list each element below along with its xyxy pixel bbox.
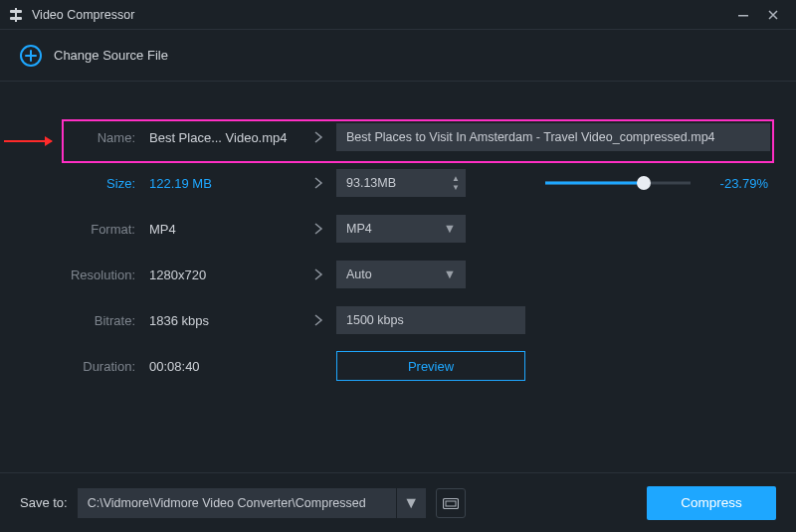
size-label: Size: bbox=[20, 176, 141, 191]
format-select[interactable]: MP4 ▼ bbox=[336, 215, 466, 243]
resolution-selected: Auto bbox=[346, 267, 372, 281]
duration-label: Duration: bbox=[20, 359, 141, 374]
size-percent: -23.79% bbox=[708, 176, 768, 191]
bitrate-label: Bitrate: bbox=[20, 313, 141, 328]
annotation-arrow bbox=[4, 140, 52, 142]
footer: Save to: C:\Vidmore\Vidmore Video Conver… bbox=[0, 472, 796, 532]
close-icon bbox=[767, 9, 779, 21]
chevron-right-icon bbox=[313, 222, 323, 236]
row-size: Size: 122.19 MB 93.13MB ▲ ▼ bbox=[20, 167, 776, 199]
titlebar: Video Compressor bbox=[0, 0, 796, 30]
size-value: 122.19 MB bbox=[141, 176, 300, 191]
save-path-caret[interactable]: ▼ bbox=[396, 488, 426, 518]
resolution-select[interactable]: Auto ▼ bbox=[336, 261, 466, 288]
app-title: Video Compressor bbox=[32, 8, 134, 22]
main-form: Name: Best Place... Video.mp4 Best Place… bbox=[0, 82, 796, 472]
caret-down-icon: ▼ bbox=[444, 222, 456, 236]
target-size-value: 93.13MB bbox=[346, 176, 396, 190]
row-name: Name: Best Place... Video.mp4 Best Place… bbox=[20, 121, 776, 153]
size-slider[interactable] bbox=[545, 176, 691, 190]
open-folder-button[interactable] bbox=[436, 488, 466, 518]
target-size-stepper[interactable]: 93.13MB ▲ ▼ bbox=[336, 169, 466, 197]
actionbar: Change Source File bbox=[0, 30, 796, 82]
compress-button[interactable]: Compress bbox=[647, 486, 776, 520]
svg-rect-5 bbox=[446, 501, 456, 506]
chevron-right-icon bbox=[313, 267, 323, 281]
save-path-select[interactable]: C:\Vidmore\Vidmore Video Converter\Compr… bbox=[78, 488, 426, 518]
caret-down-icon: ▼ bbox=[444, 267, 456, 281]
folder-icon bbox=[443, 497, 459, 509]
add-source-icon[interactable] bbox=[20, 45, 42, 67]
minimize-button[interactable] bbox=[728, 0, 758, 30]
close-button[interactable] bbox=[758, 0, 788, 30]
name-label: Name: bbox=[20, 130, 141, 145]
app-icon bbox=[8, 7, 24, 23]
svg-rect-2 bbox=[15, 8, 17, 22]
format-chevron bbox=[300, 222, 336, 236]
format-label: Format: bbox=[20, 222, 141, 237]
resolution-value: 1280x720 bbox=[141, 267, 300, 282]
row-duration: Duration: 00:08:40 Preview bbox=[20, 350, 776, 382]
slider-thumb[interactable] bbox=[637, 176, 651, 190]
row-resolution: Resolution: 1280x720 Auto ▼ bbox=[20, 259, 776, 290]
chevron-right-icon bbox=[313, 313, 323, 327]
change-source-link[interactable]: Change Source File bbox=[54, 48, 168, 63]
save-path-field[interactable]: C:\Vidmore\Vidmore Video Converter\Compr… bbox=[78, 488, 396, 518]
row-format: Format: MP4 MP4 ▼ bbox=[20, 213, 776, 245]
resolution-label: Resolution: bbox=[20, 267, 141, 282]
save-to-label: Save to: bbox=[20, 495, 68, 510]
chevron-right-icon bbox=[313, 130, 323, 144]
name-chevron bbox=[300, 130, 336, 144]
bitrate-field[interactable]: 1500 kbps bbox=[336, 306, 525, 334]
name-value: Best Place... Video.mp4 bbox=[141, 130, 300, 145]
stepper-up-icon[interactable]: ▲ bbox=[450, 175, 462, 183]
size-chevron bbox=[300, 176, 336, 190]
app-window: Video Compressor Change Source File Name… bbox=[0, 0, 796, 532]
duration-value: 00:08:40 bbox=[141, 359, 300, 374]
slider-fill bbox=[545, 182, 644, 185]
bitrate-chevron bbox=[300, 313, 336, 327]
caret-down-icon: ▼ bbox=[403, 494, 419, 512]
bitrate-value: 1836 kbps bbox=[141, 313, 300, 328]
svg-rect-3 bbox=[738, 15, 748, 17]
resolution-chevron bbox=[300, 267, 336, 281]
preview-button[interactable]: Preview bbox=[336, 351, 525, 381]
row-bitrate: Bitrate: 1836 kbps 1500 kbps bbox=[20, 304, 776, 336]
format-value: MP4 bbox=[141, 222, 300, 237]
stepper-down-icon[interactable]: ▼ bbox=[450, 184, 462, 192]
output-filename-field[interactable]: Best Places to Visit In Amsterdam - Trav… bbox=[336, 123, 770, 151]
minimize-icon bbox=[737, 9, 749, 21]
chevron-right-icon bbox=[313, 176, 323, 190]
format-selected: MP4 bbox=[346, 222, 372, 236]
